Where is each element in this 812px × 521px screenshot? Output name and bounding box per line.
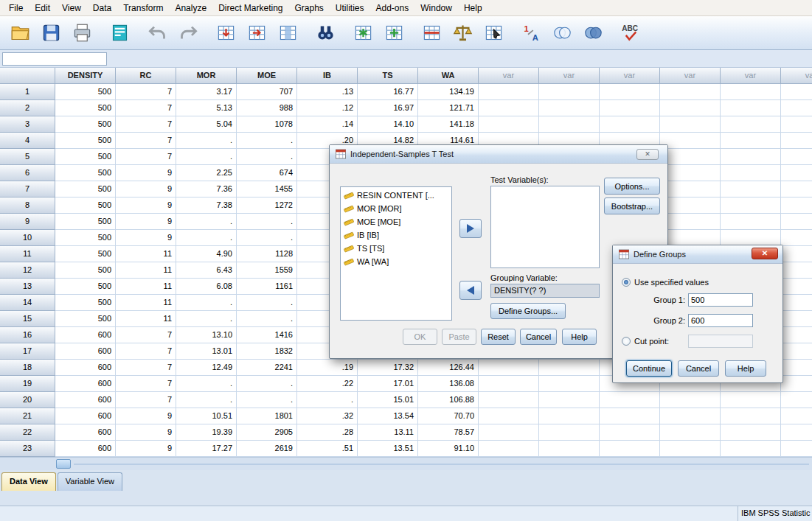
help-button[interactable]: Help xyxy=(562,329,597,345)
cell[interactable] xyxy=(781,181,812,197)
cell[interactable]: 600 xyxy=(55,392,116,408)
cell[interactable] xyxy=(781,360,812,376)
cell[interactable]: 1455 xyxy=(237,181,297,197)
column-header-ts[interactable]: TS xyxy=(358,68,418,84)
cell[interactable] xyxy=(781,295,812,311)
variable-item[interactable]: TS [TS] xyxy=(341,242,451,255)
cell[interactable]: . xyxy=(176,311,237,327)
cell[interactable]: . xyxy=(237,376,297,392)
variable-item[interactable]: MOR [MOR] xyxy=(341,202,451,215)
cell[interactable] xyxy=(479,100,539,116)
column-header-ib[interactable]: IB xyxy=(297,68,358,84)
cell[interactable]: . xyxy=(237,133,297,149)
cell[interactable] xyxy=(721,424,781,441)
cell[interactable]: . xyxy=(237,311,297,327)
cell[interactable] xyxy=(660,441,721,457)
cell[interactable] xyxy=(721,181,781,197)
row-header[interactable]: 7 xyxy=(0,181,55,197)
row-header[interactable]: 18 xyxy=(0,360,55,376)
cell[interactable]: 13.11 xyxy=(358,424,418,441)
cell[interactable] xyxy=(479,441,539,457)
row-header[interactable]: 17 xyxy=(0,343,55,360)
cell[interactable]: 12.49 xyxy=(176,360,237,376)
cell[interactable]: 11 xyxy=(116,295,176,311)
cell[interactable]: . xyxy=(176,392,237,408)
ttest-dialog-titlebar[interactable]: Independent-Samples T Test ✕ xyxy=(330,145,667,164)
cell[interactable]: . xyxy=(297,392,358,408)
column-header-var-12[interactable]: var xyxy=(721,68,781,84)
row-header[interactable]: 15 xyxy=(0,311,55,327)
cell[interactable]: 500 xyxy=(55,165,116,181)
cell[interactable] xyxy=(781,376,812,392)
cell[interactable]: 500 xyxy=(55,295,116,311)
cell[interactable]: 7 xyxy=(116,100,176,116)
cell[interactable]: 6.08 xyxy=(176,279,237,295)
cell[interactable]: 500 xyxy=(55,197,116,214)
value-labels-button[interactable] xyxy=(517,19,545,47)
cell[interactable]: . xyxy=(176,149,237,165)
menu-view[interactable]: View xyxy=(56,1,87,15)
cell[interactable] xyxy=(781,133,812,149)
print-button[interactable] xyxy=(68,19,96,47)
cell[interactable]: 13.10 xyxy=(176,327,237,343)
column-header-var-9[interactable]: var xyxy=(539,68,600,84)
cell[interactable]: .28 xyxy=(297,424,358,441)
close-icon[interactable]: ✕ xyxy=(636,149,659,160)
menu-transform[interactable]: Transform xyxy=(117,1,169,15)
grid-corner-cell[interactable] xyxy=(0,68,55,84)
show-all-variables-button[interactable] xyxy=(579,19,607,47)
cell[interactable]: . xyxy=(237,214,297,230)
cell[interactable]: 14.10 xyxy=(358,116,418,133)
cell[interactable]: 7 xyxy=(116,84,176,100)
cell[interactable]: 500 xyxy=(55,133,116,149)
cell[interactable] xyxy=(539,100,600,116)
cell[interactable]: . xyxy=(237,392,297,408)
cell[interactable]: 600 xyxy=(55,343,116,360)
cell[interactable] xyxy=(600,100,660,116)
cell[interactable]: . xyxy=(176,214,237,230)
cell[interactable] xyxy=(781,343,812,360)
cell[interactable] xyxy=(600,116,660,133)
cell[interactable]: 11 xyxy=(116,279,176,295)
column-header-var-11[interactable]: var xyxy=(660,68,721,84)
cell[interactable] xyxy=(781,214,812,230)
cell[interactable] xyxy=(479,360,539,376)
cell[interactable]: 600 xyxy=(55,376,116,392)
cell[interactable]: 6.43 xyxy=(176,262,237,279)
menu-direct-marketing[interactable]: Direct Marketing xyxy=(212,1,288,15)
row-header[interactable]: 23 xyxy=(0,441,55,457)
row-header[interactable]: 3 xyxy=(0,116,55,133)
cancel-button[interactable]: Cancel xyxy=(520,329,557,345)
cell[interactable]: 9 xyxy=(116,408,176,424)
cell[interactable] xyxy=(721,165,781,181)
cell[interactable]: 11 xyxy=(116,246,176,262)
cell[interactable] xyxy=(781,441,812,457)
cell[interactable]: 9 xyxy=(116,230,176,246)
cell[interactable]: .32 xyxy=(297,408,358,424)
use-variable-sets-button[interactable] xyxy=(548,19,576,47)
column-header-var-8[interactable]: var xyxy=(479,68,539,84)
variable-item[interactable]: RESIN CONTENT [... xyxy=(341,189,451,202)
cell[interactable] xyxy=(721,230,781,246)
define-groups-titlebar[interactable]: Define Groups ✕ xyxy=(613,245,782,264)
use-specified-values-option[interactable]: Use specified values xyxy=(622,278,709,287)
variable-item[interactable]: MOE [MOE] xyxy=(341,215,451,228)
cell[interactable]: . xyxy=(237,230,297,246)
row-header[interactable]: 14 xyxy=(0,295,55,311)
help-button[interactable]: Help xyxy=(725,360,766,377)
cell[interactable]: 7.38 xyxy=(176,197,237,214)
redo-button[interactable] xyxy=(174,19,202,47)
menu-window[interactable]: Window xyxy=(414,1,458,15)
cell[interactable]: 1078 xyxy=(237,116,297,133)
cell[interactable]: 500 xyxy=(55,84,116,100)
cell[interactable]: 19.39 xyxy=(176,424,237,441)
cell[interactable] xyxy=(539,116,600,133)
cell[interactable]: 500 xyxy=(55,214,116,230)
ok-button[interactable]: OK xyxy=(403,329,437,345)
cell[interactable] xyxy=(781,116,812,133)
cell[interactable]: 91.10 xyxy=(418,441,479,457)
cell[interactable]: 136.08 xyxy=(418,376,479,392)
cell[interactable] xyxy=(660,424,721,441)
cut-point-input[interactable] xyxy=(688,335,753,348)
cell[interactable]: 9 xyxy=(116,214,176,230)
